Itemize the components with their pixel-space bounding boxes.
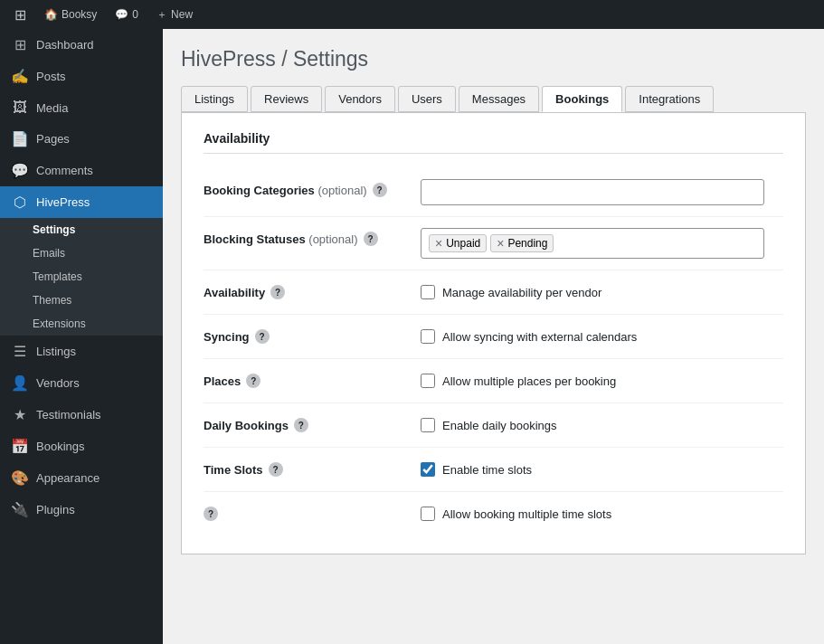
daily-bookings-label: Daily Bookings	[204, 419, 289, 432]
time-slots-checkbox-row: Enable time slots	[421, 459, 783, 480]
places-label-col: Places ?	[204, 370, 421, 388]
sidebar-item-vendors[interactable]: 👤 Vendors	[0, 367, 163, 399]
availability-checkbox-row: Manage availability per vendor	[421, 281, 783, 303]
syncing-help-icon[interactable]: ?	[255, 329, 270, 344]
sidebar-item-pages[interactable]: 📄 Pages	[0, 123, 163, 155]
posts-icon: ✍	[11, 68, 29, 85]
availability-help-icon[interactable]: ?	[270, 285, 285, 299]
booking-categories-label: Booking Categories (optional)	[204, 184, 367, 197]
sidebar-item-comments[interactable]: 💬 Comments	[0, 155, 163, 186]
syncing-label-col: Syncing ?	[204, 326, 421, 344]
time-slots-checkbox[interactable]	[421, 462, 435, 477]
sidebar: ⊞ Dashboard ✍ Posts 🖼 Media 📄 Pages 💬 Co…	[0, 29, 163, 644]
tag-unpaid-remove[interactable]: ×	[435, 237, 442, 250]
booking-categories-help-icon[interactable]: ?	[373, 183, 387, 197]
tab-reviews[interactable]: Reviews	[251, 86, 322, 112]
multiple-time-slots-help-icon[interactable]: ?	[204, 507, 218, 521]
sidebar-item-listings[interactable]: ☰ Listings	[0, 336, 163, 367]
tag-pending-label: Pending	[507, 237, 547, 250]
tab-vendors[interactable]: Vendors	[325, 86, 395, 112]
tab-bookings[interactable]: Bookings	[542, 86, 622, 112]
site-home-icon: 🏠	[44, 8, 58, 21]
time-slots-control: Enable time slots	[421, 459, 783, 480]
places-checkbox[interactable]	[421, 374, 435, 388]
site-name[interactable]: 🏠 Booksy	[37, 0, 104, 29]
form-row-daily-bookings: Daily Bookings ? Enable daily bookings	[204, 403, 783, 448]
booking-categories-input[interactable]	[421, 179, 764, 205]
submenu-item-settings[interactable]: Settings	[0, 218, 163, 242]
sidebar-item-testimonials[interactable]: ★ Testimonials	[0, 399, 163, 431]
settings-tabs: Listings Reviews Vendors Users Messages …	[181, 86, 806, 112]
multiple-time-slots-label-col: ?	[204, 503, 421, 521]
vendors-icon: 👤	[11, 374, 29, 392]
syncing-checkbox-row: Allow syncing with external calendars	[421, 326, 783, 347]
comment-icon: 💬	[115, 8, 128, 21]
tab-integrations[interactable]: Integrations	[625, 86, 714, 112]
syncing-label: Syncing	[204, 330, 250, 344]
submenu-item-templates[interactable]: Templates	[0, 265, 163, 289]
sidebar-item-dashboard[interactable]: ⊞ Dashboard	[0, 29, 163, 61]
places-help-icon[interactable]: ?	[246, 374, 260, 388]
daily-bookings-checkbox-row: Enable daily bookings	[421, 414, 783, 436]
sidebar-vendors-label: Vendors	[36, 376, 80, 390]
syncing-checkbox[interactable]	[421, 329, 435, 344]
blocking-statuses-tag-input[interactable]: × Unpaid × Pending	[421, 228, 764, 259]
form-row-time-slots: Time Slots ? Enable time slots	[204, 448, 783, 492]
multiple-time-slots-checkbox-label[interactable]: Allow booking multiple time slots	[442, 507, 611, 521]
tab-messages[interactable]: Messages	[459, 86, 539, 112]
sidebar-media-label: Media	[36, 101, 68, 115]
availability-label-col: Availability ?	[204, 281, 421, 299]
tab-listings[interactable]: Listings	[181, 86, 248, 112]
sidebar-pages-label: Pages	[36, 132, 70, 146]
places-checkbox-label[interactable]: Allow multiple places per booking	[442, 374, 616, 388]
blocking-statuses-help-icon[interactable]: ?	[364, 232, 378, 246]
plugins-icon: 🔌	[11, 501, 29, 518]
wp-logo[interactable]: ⊞	[7, 0, 33, 29]
places-control: Allow multiple places per booking	[421, 370, 783, 392]
sidebar-appearance-label: Appearance	[36, 471, 99, 485]
new-button[interactable]: ＋ New	[149, 0, 200, 29]
availability-label: Availability	[204, 286, 265, 299]
tag-pending-remove[interactable]: ×	[497, 237, 504, 250]
sidebar-dashboard-label: Dashboard	[36, 38, 94, 52]
admin-bar: ⊞ 🏠 Booksy 💬 0 ＋ New	[0, 0, 824, 29]
form-row-multiple-time-slots: ? Allow booking multiple time slots	[204, 492, 783, 535]
sidebar-item-posts[interactable]: ✍ Posts	[0, 61, 163, 92]
page-title: HivePress / Settings	[181, 47, 806, 71]
daily-bookings-help-icon[interactable]: ?	[294, 418, 308, 432]
submenu-item-themes[interactable]: Themes	[0, 289, 163, 312]
tag-unpaid-label: Unpaid	[446, 237, 480, 250]
availability-checkbox-label[interactable]: Manage availability per vendor	[442, 286, 601, 299]
listings-icon: ☰	[11, 343, 29, 360]
places-label: Places	[204, 374, 241, 388]
sidebar-item-plugins[interactable]: 🔌 Plugins	[0, 494, 163, 526]
sidebar-listings-label: Listings	[36, 345, 76, 358]
daily-bookings-checkbox[interactable]	[421, 418, 435, 432]
blocking-statuses-optional: (optional)	[308, 232, 357, 246]
time-slots-checkbox-label[interactable]: Enable time slots	[442, 463, 532, 477]
tab-users[interactable]: Users	[398, 86, 456, 112]
main-layout: ⊞ Dashboard ✍ Posts 🖼 Media 📄 Pages 💬 Co…	[0, 29, 824, 644]
submenu-item-extensions[interactable]: Extensions	[0, 312, 163, 336]
syncing-checkbox-label[interactable]: Allow syncing with external calendars	[442, 330, 637, 344]
sidebar-item-media[interactable]: 🖼 Media	[0, 92, 163, 123]
availability-checkbox[interactable]	[421, 285, 435, 299]
blocking-statuses-control: × Unpaid × Pending	[421, 228, 783, 259]
sidebar-item-appearance[interactable]: 🎨 Appearance	[0, 462, 163, 494]
bookings-icon: 📅	[11, 438, 29, 455]
tag-unpaid: × Unpaid	[429, 234, 487, 252]
daily-bookings-checkbox-label[interactable]: Enable daily bookings	[442, 419, 556, 432]
sidebar-comments-label: Comments	[36, 164, 93, 177]
time-slots-help-icon[interactable]: ?	[269, 462, 283, 477]
time-slots-label-col: Time Slots ?	[204, 459, 421, 477]
comments-count: 0	[132, 8, 138, 21]
multiple-time-slots-checkbox[interactable]	[421, 507, 435, 521]
sidebar-item-hivepress[interactable]: ⬡ HivePress	[0, 186, 163, 218]
sidebar-item-bookings[interactable]: 📅 Bookings	[0, 431, 163, 462]
sidebar-posts-label: Posts	[36, 70, 66, 83]
submenu-item-emails[interactable]: Emails	[0, 242, 163, 265]
sidebar-testimonials-label: Testimonials	[36, 408, 101, 421]
comments-button[interactable]: 💬 0	[108, 0, 146, 29]
syncing-control: Allow syncing with external calendars	[421, 326, 783, 347]
availability-heading: Availability	[204, 131, 783, 154]
